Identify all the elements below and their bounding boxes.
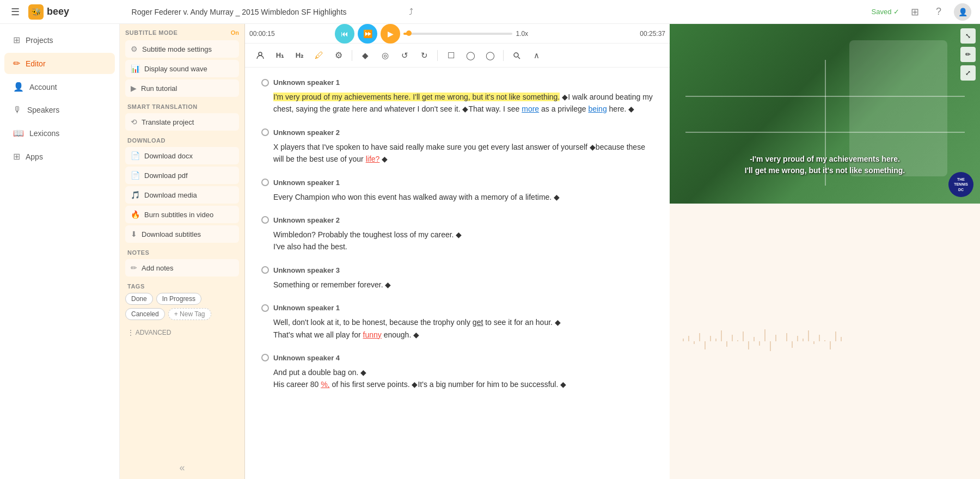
lexicons-icon: 📖 — [13, 128, 24, 138]
speaker-radio-5[interactable] — [261, 266, 269, 274]
saved-status: Saved ✓ — [872, 8, 899, 16]
download-pdf-button[interactable]: 📄 Download pdf — [125, 167, 239, 184]
tag-canceled[interactable]: Canceled — [125, 308, 165, 320]
video-display: -I'm very proud of my achievements here.… — [670, 24, 980, 204]
speaker-text-1[interactable]: I'm very proud of my achievements here. … — [261, 91, 653, 115]
svg-line-2 — [518, 57, 520, 59]
advanced-button[interactable]: ⋮ ADVANCED — [125, 324, 173, 341]
waveform-svg — [678, 320, 972, 363]
tags-container: Done In Progress Canceled + New Tag — [125, 293, 239, 320]
circle-tool-button[interactable]: ◎ — [376, 47, 394, 64]
play-controls: ⏮ ⏩ ▶ 1.0x — [335, 24, 528, 44]
expand-tool-button[interactable]: ∧ — [528, 47, 545, 64]
resize-video-button[interactable]: ⤡ — [960, 28, 976, 44]
logo-text: beey — [47, 6, 69, 17]
subtitle-mode-row: SUBTITLE MODE On — [125, 29, 239, 36]
speaker-header-7: Unknown speaker 4 — [261, 354, 653, 362]
speaker-radio-4[interactable] — [261, 216, 269, 224]
speaker-text-2[interactable]: X players that I've spoken to have said … — [261, 141, 653, 165]
rewind-play-button[interactable]: ⏮ — [335, 24, 354, 44]
speaker-tool-button[interactable] — [252, 47, 269, 64]
add-notes-button[interactable]: ✏ Add notes — [125, 259, 239, 277]
box-tool-button[interactable]: ☐ — [442, 47, 460, 64]
search-tool-button[interactable] — [508, 47, 525, 64]
hamburger-button[interactable]: ☰ — [9, 4, 22, 20]
subtitle-mode-toggle[interactable]: On — [231, 29, 239, 36]
speaker-radio-7[interactable] — [261, 354, 269, 361]
forward-tool-button[interactable]: ↻ — [415, 47, 433, 64]
burn-subtitles-button[interactable]: 🔥 Burn subtitles in video — [125, 206, 239, 223]
speaker-block-5: Unknown speaker 3 Something or remember … — [261, 266, 653, 291]
sidebar-item-lexicons[interactable]: 📖 Lexicons — [4, 122, 115, 144]
projects-icon: ⊞ — [13, 35, 20, 45]
settings-icon: ⚙ — [131, 45, 138, 53]
toolbar-separator-2 — [437, 50, 438, 61]
speaker-name-5: Unknown speaker 3 — [273, 266, 340, 274]
notes-icon: ✏ — [131, 263, 137, 272]
download-docx-button[interactable]: 📄 Download docx — [125, 147, 239, 164]
download-media-button[interactable]: 🎵 Download media — [125, 186, 239, 204]
user-avatar[interactable]: 👤 — [954, 3, 971, 21]
speaker-text-4[interactable]: Wimbledon? Probably the toughest loss of… — [261, 229, 653, 253]
text-6f: enough. ◆ — [384, 330, 420, 339]
grid-view-button[interactable]: ⊞ — [906, 3, 923, 21]
sidebar-item-label: Apps — [26, 152, 43, 161]
text-6e-funny: funny — [363, 330, 382, 339]
display-sound-wave-label: Display sound wave — [144, 65, 207, 73]
display-sound-wave-button[interactable]: 📊 Display sound wave — [125, 60, 239, 77]
tennis-badge: THETENNISDC — [948, 172, 973, 197]
bubble-tool-button[interactable]: ◯ — [462, 47, 479, 64]
text-7c-pct: %, — [321, 380, 329, 389]
speaker-text-5[interactable]: Something or remember forever. ◆ — [261, 279, 653, 291]
sidebar: ⊞ Projects ✏ Editor 👤 Account 🎙 Speakers… — [0, 24, 120, 479]
speaker-header-5: Unknown speaker 3 — [261, 266, 653, 274]
notes-section: NOTES — [127, 249, 237, 256]
h2-tool-button[interactable]: H₂ — [291, 47, 308, 64]
play-button[interactable]: ▶ — [381, 24, 400, 44]
sidebar-item-account[interactable]: 👤 Account — [4, 76, 115, 97]
rewind-tool-button[interactable]: ↺ — [396, 47, 413, 64]
speaker-text-3[interactable]: Every Champion who won this event has wa… — [261, 191, 653, 203]
progress-row: 00:00:15 ⏮ ⏩ ▶ 1.0x 00:25:37 — [245, 24, 670, 44]
download-subtitles-label: Download subtitles — [142, 230, 201, 238]
play-pause-button[interactable]: ⏩ — [358, 24, 377, 44]
highlight-tool-button[interactable]: 🖊 — [310, 47, 328, 64]
toolbar-row: H₁ H₂ 🖊 ⚙ ◆ ◎ ↺ ↻ ☐ ◯ ◯ ∧ — [245, 44, 670, 67]
title-input[interactable] — [76, 8, 402, 16]
help-button[interactable]: ? — [930, 3, 947, 21]
toolbar-separator-3 — [503, 50, 504, 61]
download-subtitles-button[interactable]: ⬇ Download subtitles — [125, 225, 239, 243]
share-button[interactable]: ⤴ — [409, 7, 413, 17]
speaker-radio-2[interactable] — [261, 128, 269, 136]
progress-bar[interactable] — [403, 33, 512, 35]
run-tutorial-button[interactable]: ▶ Run tutorial — [125, 79, 239, 97]
speaker-text-6[interactable]: Well, don't look at it, to be honest, be… — [261, 316, 653, 341]
new-tag-button[interactable]: + New Tag — [168, 308, 211, 320]
bubble2-tool-button[interactable]: ◯ — [481, 47, 499, 64]
sidebar-item-apps[interactable]: ⊞ Apps — [4, 146, 115, 167]
translate-project-button[interactable]: ⟲ Translate project — [125, 113, 239, 131]
speaker-radio-6[interactable] — [261, 304, 269, 312]
subtitle-mode-settings-button[interactable]: ⚙ Subtitle mode settings — [125, 40, 239, 58]
sidebar-item-speakers[interactable]: 🎙 Speakers — [4, 100, 115, 120]
tag-tool-button[interactable]: ⚙ — [330, 47, 347, 64]
collapse-panel-button[interactable]: « — [124, 462, 240, 474]
speed-badge[interactable]: 1.0x — [516, 30, 528, 38]
h1-tool-button[interactable]: H₁ — [271, 47, 289, 64]
tag-in-progress[interactable]: In Progress — [156, 293, 201, 305]
logo[interactable]: 🐝 beey — [28, 4, 69, 20]
badge-text: THETENNISDC — [954, 177, 968, 192]
text-7b: His career 80 — [273, 380, 321, 389]
speaker-text-7[interactable]: And put a double bag on. ◆ His career 80… — [261, 366, 653, 391]
fullscreen-video-button[interactable]: ⤢ — [960, 65, 976, 81]
progress-dot — [406, 30, 412, 36]
diamond-tool-button[interactable]: ◆ — [357, 47, 374, 64]
sidebar-item-projects[interactable]: ⊞ Projects — [4, 29, 115, 51]
pdf-icon: 📄 — [131, 171, 140, 180]
subtitle-line1: -I'm very proud of my achievements here. — [750, 155, 900, 163]
speaker-radio-1[interactable] — [261, 79, 269, 87]
sidebar-item-editor[interactable]: ✏ Editor — [4, 53, 115, 74]
tag-done[interactable]: Done — [125, 293, 153, 305]
edit-video-button[interactable]: ✏ — [960, 47, 976, 62]
speaker-radio-3[interactable] — [261, 179, 269, 186]
